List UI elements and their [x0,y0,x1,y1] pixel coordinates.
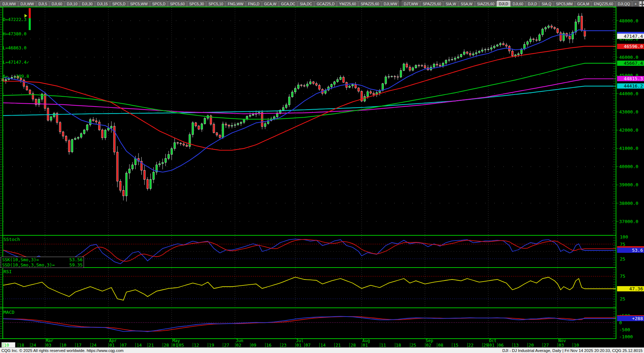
date-tick: 29 [482,343,489,347]
open-value: O=47222.3 [3,17,29,22]
stoch-axis-label: 100 [620,234,628,240]
date-tick: 14 [319,343,326,347]
date-tick: 10 [60,343,66,347]
month-label: May [172,339,180,343]
tab-dji-60-3[interactable]: DJI,60 [50,1,64,7]
tab-djt-ww-23[interactable]: DJT,WW [402,1,420,7]
date-tick: 07 [120,343,127,347]
tab-spc5-ww-8[interactable]: SPC5,WW [128,1,150,7]
date-tick: 27 [223,343,229,347]
date-tick: 24 [90,343,97,347]
date-tick: 07 [304,343,311,347]
ma-value-box: 45667.4 [617,61,644,66]
stoch-axis-label: 25 [620,256,625,262]
month-label: Apr [109,339,117,343]
date-tick: 01 [172,343,178,347]
tab-gcaz25-d-18[interactable]: GCAZ25,D [314,1,337,7]
add-tab-button[interactable]: + [632,1,639,7]
tab-dji-ww-1[interactable]: DJI,WW [19,1,36,7]
tab-dji-15-6[interactable]: DJI,15 [95,1,110,7]
status-bar: CQG Inc. © 2025 All rights reserved worl… [0,347,644,353]
month-label: Sep [426,339,433,343]
stoch-info-box: SSK(10,Smo,3)=53.56 SSD(10,Smo,3,Smo,3)=… [1,257,84,268]
tab-dji-10-4[interactable]: DJI,10 [65,1,79,7]
rsi-value-box: 47.36 [617,286,644,291]
date-tick: 01 [295,343,302,347]
tab-spaz25-60-24[interactable]: SPAZ25,60 [420,1,443,7]
macd-panel-label: MACD [3,310,14,315]
tab-spc5-d-9[interactable]: SPC5,D [150,1,168,7]
tab-enqz25-60-34[interactable]: ENQZ25,60 [592,1,615,7]
date-tick: 03 [45,343,51,347]
panel-separator [0,267,616,268]
tab-spc5-d-7[interactable]: SPC5,D [110,1,128,7]
tab-sia-w-25[interactable]: SIA,W [444,1,458,7]
tab-spc5-60-10[interactable]: SPC5,60 [168,1,187,7]
price-axis-label: 43000.0 [619,109,638,115]
date-tick: 14 [135,343,142,347]
tab-dji-d-30[interactable]: DJI,D [526,1,539,7]
tab-dji-5-2[interactable]: DJI,5 [36,1,49,7]
chart-overlays: O=47222.3 H=47380.0 L=46863.0 L=47147.4✓… [0,0,644,353]
left-tick-ruler [0,7,2,339]
tab-dji-ww-0[interactable]: DJI,WW [0,1,18,7]
tab-spc5-mm-32[interactable]: SPC5,MM [554,1,575,7]
date-tick: 21 [148,343,154,347]
copyright-text: CQG Inc. © 2025 All rights reserved worl… [1,348,123,353]
date-tick: 01 [108,343,115,347]
chart-info-text: DJI - DJ Industrial Average, Daily | Fri… [502,348,643,353]
tab-sia-q-31[interactable]: SIA,Q [539,1,553,7]
date-tick: 27 [543,343,549,347]
tab-fng-d-14[interactable]: FNG,D [246,1,262,7]
tab-gca-dc-16[interactable]: GCA,DC [279,1,297,7]
month-label: Nov [558,339,566,343]
ma-value-box: 44416.2 [617,83,644,89]
delta-value: Δ= -309.8 [3,74,29,79]
tab-ssa-w-26[interactable]: SSA,W [459,1,475,7]
tab-ymz25-60-19[interactable]: YMZ25,60 [337,1,358,7]
date-tick: 10 [573,343,579,347]
tab-scroll-left-button[interactable]: ◄ [639,1,642,7]
date-tick: 05 [178,343,184,347]
tab-sia-dc-17[interactable]: SIA,DC [298,1,314,7]
date-tick: 15 [452,343,458,347]
panel-separator [0,338,616,339]
date-tick: 13 [512,343,519,347]
macd-axis-label: -1000 [619,334,633,339]
date-tick: 01 [488,343,495,347]
tab-dji-qq-35[interactable]: DJI,QQ [616,1,632,7]
price-axis-label: 42000.0 [619,127,638,133]
tab-scroll-right-button[interactable]: ► [643,1,644,7]
ma-value-box: 44815.3 [617,76,644,81]
date-tick: 01 [362,343,368,347]
tab-siaz25-60-27[interactable]: SIAZ25,60 [475,1,497,7]
tab-spc5-10-12[interactable]: SPC5,10 [206,1,225,7]
tab-gca-w-15[interactable]: GCA,W [262,1,279,7]
tab-fng-ww-13[interactable]: FNG,WW [226,1,246,7]
date-tick: 22 [467,343,474,347]
tab-bar: DJI,WWDJI,WWDJI,5DJI,60DJI,10DJI,30DJI,1… [0,0,644,7]
macd-value-box: +288 [617,316,644,321]
date-tick: 21 [334,343,341,347]
panel-separator [0,307,616,308]
date-tick: 10 [3,343,9,347]
price-axis-label: 48000.0 [619,18,638,23]
tab-dji-60-29[interactable]: DJI,60 [511,1,525,7]
month-label: Jun [236,339,243,343]
tab-spaz25-60-20[interactable]: SPAZ25,60 [359,1,381,7]
price-axis-label: 38000.0 [619,201,638,206]
tab-dji-30-5[interactable]: DJI,30 [80,1,94,7]
tab-spc5-30-11[interactable]: SPC5,30 [187,1,206,7]
price-axis-label: 41000.0 [619,146,638,151]
rsi-panel-label: RSI [3,269,12,274]
tab-gca-m-33[interactable]: GCA,M [575,1,591,7]
tab-dji-ww-21[interactable]: DJI,WW [382,1,399,7]
date-tick: 18 [395,343,401,347]
price-axis-label: 44000.0 [619,91,638,96]
rsi-axis-label: 75 [620,274,625,279]
date-tick: 25 [410,343,416,347]
month-label: Mar [46,339,54,343]
date-tick: 02 [235,343,241,347]
tab-dji-d-28[interactable]: DJI,D [497,1,510,7]
month-label: Jul [296,339,304,343]
